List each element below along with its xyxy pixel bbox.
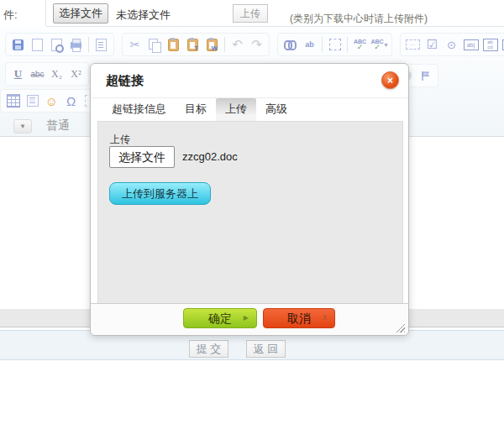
textarea-icon: ab cd xyxy=(483,39,498,51)
chevron-down-icon: ▾ xyxy=(385,41,388,49)
text-field-button[interactable]: ab| xyxy=(461,35,480,54)
toolbar-group-insert: ☺ Ω xyxy=(0,89,103,113)
spell-check-menu-icon: ABC ✓ xyxy=(370,39,383,50)
spell-check-icon: ABC ✓ xyxy=(354,39,366,50)
underline-button[interactable]: U xyxy=(8,65,28,83)
spell-check-menu-button[interactable]: ABC ✓ ▾ xyxy=(370,35,389,54)
checkbox-icon: ☑ xyxy=(427,37,438,52)
hyperlink-dialog: 超链接 × 超链接信息 目标 上传 高级 上传 选择文件 zzcg02.doc … xyxy=(90,63,409,336)
cancel-button[interactable]: 取消 x xyxy=(263,308,335,328)
close-button[interactable]: × xyxy=(381,71,399,89)
replace-button[interactable]: ab xyxy=(300,35,319,54)
divider xyxy=(88,37,89,52)
no-file-selected-text: 未选择文件 xyxy=(116,8,171,23)
smiley-button[interactable]: ☺ xyxy=(42,92,61,110)
select-all-button[interactable] xyxy=(325,35,344,54)
new-page-button[interactable] xyxy=(28,35,47,54)
tab-target[interactable]: 目标 xyxy=(176,98,216,121)
cut-button[interactable]: ✂ xyxy=(125,35,144,54)
print-button[interactable] xyxy=(66,35,86,54)
tab-link-info[interactable]: 超链接信息 xyxy=(102,98,176,121)
omega-icon: Ω xyxy=(66,94,76,108)
special-char-button[interactable]: Ω xyxy=(61,92,81,110)
find-icon xyxy=(284,40,297,49)
radio-icon: ⊙ xyxy=(447,39,456,51)
submit-button[interactable]: 提 交 xyxy=(189,340,228,358)
table-icon xyxy=(7,94,20,107)
preview-icon xyxy=(51,39,62,51)
upload-button[interactable]: 上传 xyxy=(233,4,268,23)
horizontal-rule-icon xyxy=(27,95,39,107)
upload-tab-panel: 上传 选择文件 zzcg02.doc 上传到服务器上 xyxy=(97,121,403,305)
copy-button[interactable] xyxy=(144,35,164,54)
superscript-button[interactable]: X² xyxy=(66,65,86,83)
paste-text-icon: T xyxy=(187,39,198,51)
redo-button[interactable]: ↷ xyxy=(247,35,266,54)
undo-button[interactable]: ↶ xyxy=(228,35,247,54)
templates-icon xyxy=(96,39,107,51)
format-combo-value[interactable]: 普通 xyxy=(46,118,70,134)
tab-advanced[interactable]: 高级 xyxy=(256,98,297,121)
flag-icon xyxy=(419,70,432,82)
save-button[interactable] xyxy=(8,35,28,54)
templates-button[interactable] xyxy=(92,35,111,54)
selected-filename: zzcg02.doc xyxy=(182,150,238,163)
cut-icon: ✂ xyxy=(130,38,140,51)
ok-arrow-icon: ▶ xyxy=(244,315,249,322)
underline-icon: U xyxy=(14,67,22,81)
paste-text-button[interactable]: T xyxy=(183,35,202,54)
resize-handle[interactable] xyxy=(394,322,405,332)
attachment-label: 件: xyxy=(3,8,18,23)
toolbar-group-clipboard: ✂ T W ↶ ↷ xyxy=(122,33,270,56)
dialog-tabs: 超链接信息 目标 上传 高级 xyxy=(102,101,297,121)
dialog-choose-file-button[interactable]: 选择文件 xyxy=(109,146,175,168)
paste-button[interactable] xyxy=(164,35,183,54)
radio-button[interactable]: ⊙ xyxy=(442,35,461,54)
flag-button[interactable] xyxy=(416,66,435,85)
checkbox-button[interactable]: ☑ xyxy=(423,35,442,54)
paste-word-icon: W xyxy=(207,39,218,51)
new-page-icon xyxy=(32,39,43,51)
attachment-bar: 件: 选择文件 未选择文件 上传 (类别为下载中心时请上传附件) xyxy=(0,0,504,27)
divider xyxy=(224,37,225,52)
choose-file-button[interactable]: 选择文件 xyxy=(53,3,108,24)
toolbar-group-basicstyles: U abc X₂ X² xyxy=(5,62,89,86)
hidden-field-button[interactable]: ·· xyxy=(403,35,423,54)
ok-button[interactable]: 确定 ▶ xyxy=(183,308,257,328)
hidden-field-icon: ·· xyxy=(406,39,420,50)
cancel-x-icon: x xyxy=(323,313,327,322)
find-button[interactable] xyxy=(281,35,300,54)
paste-word-button[interactable]: W xyxy=(202,35,222,54)
text-field-icon: ab| xyxy=(464,39,479,50)
spell-check-button[interactable]: ABC ✓ xyxy=(350,35,370,54)
undo-icon: ↶ xyxy=(232,37,243,52)
superscript-icon: X² xyxy=(71,68,81,81)
textarea-button[interactable]: ab cd xyxy=(480,35,500,54)
toolbar-group-document xyxy=(5,33,114,56)
toolbar-group-find: ab ABC ✓ ABC ✓ ▾ xyxy=(277,33,392,56)
dialog-title: 超链接 xyxy=(106,73,144,89)
table-button[interactable] xyxy=(3,92,23,110)
format-combo-arrow-button[interactable]: ▾ xyxy=(13,119,32,134)
copy-icon xyxy=(149,39,158,50)
smiley-icon: ☺ xyxy=(45,94,58,108)
upload-note: (类别为下载中心时请上传附件) xyxy=(290,12,428,26)
return-button[interactable]: 返 回 xyxy=(246,340,286,358)
chevron-down-icon: ▾ xyxy=(21,122,25,130)
save-icon xyxy=(13,39,24,50)
paste-icon xyxy=(168,39,179,51)
toolbar-group-forms: ·· ☑ ⊙ ab| ab cd xyxy=(400,33,504,56)
subscript-button[interactable]: X₂ xyxy=(47,65,66,83)
horizontal-rule-button[interactable] xyxy=(23,92,42,110)
dialog-footer: 确定 ▶ 取消 x xyxy=(91,303,408,335)
divider xyxy=(322,37,323,52)
replace-icon: ab xyxy=(305,40,314,49)
tab-upload[interactable]: 上传 xyxy=(216,98,256,121)
select-all-icon xyxy=(329,39,341,50)
preview-button[interactable] xyxy=(47,35,66,54)
strikethrough-button[interactable]: abc xyxy=(28,65,47,83)
strikethrough-icon: abc xyxy=(30,70,44,79)
upload-to-server-button[interactable]: 上传到服务器上 xyxy=(109,182,211,205)
print-icon xyxy=(71,42,81,49)
select-field-button[interactable] xyxy=(500,35,504,54)
